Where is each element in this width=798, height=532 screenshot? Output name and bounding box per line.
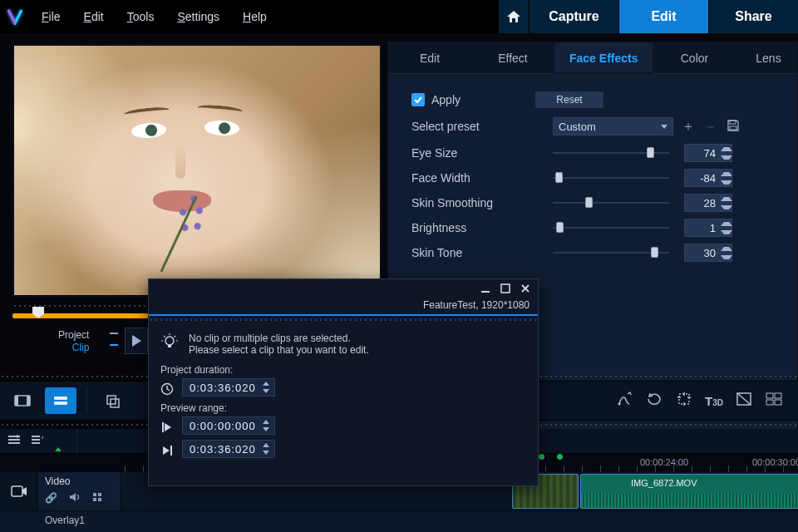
timeline-view-button[interactable] (45, 387, 76, 414)
collapse-up-icon[interactable] (55, 436, 62, 447)
home-button[interactable] (499, 0, 529, 33)
svg-text:+: + (41, 435, 43, 441)
range-end-value: 0:03:36:020 (190, 443, 256, 456)
track-fx-icon[interactable] (92, 492, 102, 505)
slider-value: 1 (685, 222, 721, 234)
range-start-value: 0:00:00:000 (190, 420, 256, 432)
svg-rect-26 (93, 498, 96, 501)
preset-select[interactable]: Custom (553, 117, 673, 135)
svg-rect-33 (162, 422, 164, 432)
svg-rect-31 (168, 345, 171, 347)
multicam-icon[interactable] (765, 391, 783, 411)
clip-img-6872[interactable]: IMG_6872.MOV (580, 474, 798, 509)
menu-settings[interactable]: Settings (165, 0, 231, 33)
reset-button[interactable]: Reset (535, 91, 603, 108)
range-start-field[interactable]: 0:00:00:000 (182, 416, 275, 435)
apply-checkbox[interactable] (411, 93, 425, 106)
motion-icon[interactable] (615, 391, 633, 411)
mute-icon[interactable] (69, 492, 81, 505)
play-button[interactable] (125, 328, 148, 354)
close-icon[interactable] (520, 283, 531, 294)
chevron-down-icon (661, 125, 667, 129)
preset-value: Custom (559, 121, 596, 133)
chapter-marker-icon[interactable] (539, 454, 544, 460)
project-duration-field[interactable]: 0:03:36:020 (182, 378, 275, 397)
ptab-face-effects[interactable]: Face Effects (554, 42, 653, 74)
svg-point-30 (165, 337, 174, 345)
project-mode-label[interactable]: Project (58, 329, 89, 342)
video-track-icon[interactable] (0, 472, 38, 510)
preview-thumbnail (14, 46, 380, 295)
add-track2-icon[interactable]: + (32, 435, 43, 447)
slider-label: Skin Smoothing (411, 196, 553, 209)
slider-label: Skin Tone (411, 246, 553, 259)
menu-help[interactable]: Help (231, 0, 278, 33)
ruler-timestamp: 00:00:24:00 (640, 457, 688, 467)
svg-rect-29 (501, 284, 510, 293)
spin-skin-tone[interactable]: 30 (684, 244, 732, 262)
svg-rect-7 (54, 401, 67, 405)
svg-rect-2 (730, 126, 736, 130)
clip-mode-label[interactable]: Clip (58, 342, 89, 354)
mask-icon[interactable] (735, 391, 753, 411)
slider-value: 30 (685, 247, 721, 259)
crop-icon[interactable] (675, 391, 693, 411)
preset-save-icon[interactable] (727, 119, 740, 135)
storyboard-view-button[interactable] (7, 387, 38, 414)
slider-face-width[interactable] (553, 170, 669, 186)
spin-eye-size[interactable]: 74 (684, 144, 732, 162)
minimize-icon[interactable] (480, 283, 491, 294)
range-end-icon (160, 444, 174, 457)
overlay-track-label: Overlay1 (38, 511, 121, 532)
slider-value: 74 (685, 147, 721, 160)
svg-rect-9 (111, 399, 119, 407)
spin-brightness[interactable]: 1 (684, 219, 732, 237)
preset-remove-icon[interactable]: － (703, 122, 718, 131)
preset-add-icon[interactable]: ＋ (682, 121, 695, 132)
tab-capture[interactable]: Capture (529, 0, 618, 33)
slider-skin-smoothing[interactable] (553, 195, 669, 211)
slider-eye-size[interactable] (553, 145, 669, 161)
svg-rect-12 (766, 393, 773, 398)
svg-rect-18 (8, 442, 20, 444)
ptab-effect[interactable]: Effect (471, 42, 554, 74)
ptab-edit[interactable]: Edit (388, 42, 471, 74)
slider-brightness[interactable] (553, 219, 669, 236)
svg-rect-27 (98, 498, 101, 501)
svg-rect-15 (775, 400, 781, 405)
add-track-icon[interactable] (8, 435, 20, 447)
svg-rect-23 (12, 486, 22, 496)
hint-line2: Please select a clip that you want to ed… (189, 344, 369, 356)
ptab-color[interactable]: Color (653, 42, 736, 74)
menu-tools[interactable]: Tools (116, 0, 166, 33)
chapter-marker-icon[interactable] (557, 454, 563, 460)
svg-rect-13 (775, 393, 781, 398)
slider-skin-tone[interactable] (553, 244, 669, 261)
panel-caption: FeatureTest, 1920*1080 (149, 298, 538, 314)
ptab-lens[interactable]: Lens (736, 42, 786, 74)
svg-rect-14 (766, 400, 773, 405)
video-track-label: Video (45, 475, 114, 487)
duplicate-button[interactable] (97, 387, 129, 414)
spin-skin-smoothing[interactable]: 28 (684, 194, 732, 212)
menu-edit[interactable]: Edit (72, 0, 116, 33)
tab-share[interactable]: Share (708, 0, 798, 33)
maximize-icon[interactable] (500, 283, 511, 294)
ruler-timestamp: 00:00:30:00 (752, 457, 798, 467)
slider-label: Brightness (411, 221, 553, 234)
link-icon[interactable]: 🔗 (45, 492, 57, 505)
spin-face-width[interactable]: -84 (684, 169, 732, 187)
rotate-icon[interactable] (645, 391, 663, 411)
menu-file[interactable]: File (30, 0, 72, 33)
tab-edit[interactable]: Edit (618, 0, 708, 33)
svg-rect-17 (8, 439, 20, 441)
preview-range-label: Preview range: (149, 401, 538, 416)
svg-rect-34 (170, 446, 172, 456)
svg-rect-4 (15, 396, 18, 406)
app-logo (0, 0, 30, 33)
range-end-field[interactable]: 0:03:36:020 (182, 440, 275, 458)
3d-title-icon[interactable]: T3D (705, 394, 723, 408)
svg-rect-8 (107, 396, 116, 404)
svg-rect-5 (27, 396, 30, 406)
preview-viewport[interactable] (14, 46, 380, 295)
